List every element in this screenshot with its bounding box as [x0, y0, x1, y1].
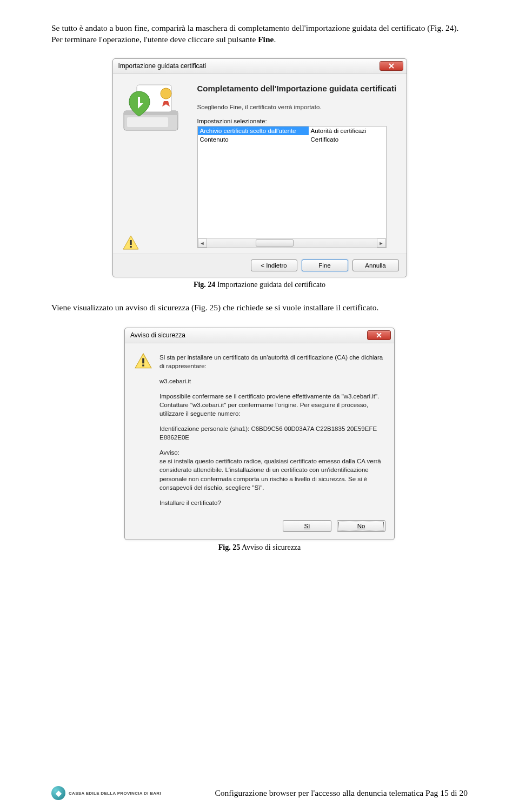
- close-button[interactable]: [380, 61, 403, 71]
- warning-icon: [135, 353, 152, 514]
- text-bold: Fine: [258, 35, 274, 44]
- titlebar: Importazione guidata certificati: [113, 59, 407, 74]
- text: w3.cebari.it: [159, 377, 384, 385]
- settings-label: Impostazioni selezionate:: [197, 118, 398, 124]
- button-row: < Indietro Fine Annulla: [113, 254, 407, 277]
- wizard-subtext: Scegliendo Fine, il certificato verrà im…: [197, 104, 398, 110]
- cancel-button[interactable]: Annulla: [352, 259, 399, 271]
- scroll-left-button[interactable]: ◄: [198, 238, 207, 248]
- figure-caption-25: Fig. 25 Avviso di sicurezza: [51, 543, 468, 552]
- text: Se tutto è andato a buon fine, comparirà…: [51, 23, 458, 44]
- footer-page-number: Configurazione browser per l'accesso all…: [167, 788, 468, 798]
- button-row: Sì No: [125, 517, 394, 540]
- scroll-right-button[interactable]: ►: [377, 238, 386, 248]
- horizontal-scrollbar[interactable]: ◄ ►: [198, 238, 386, 248]
- close-icon: [389, 63, 394, 69]
- certificate-wizard-dialog: Importazione guidata certificati: [112, 58, 407, 277]
- text: Impossibile confermare se il certificato…: [159, 392, 384, 418]
- svg-rect-5: [130, 240, 131, 245]
- cell: Autorità di certificazi: [309, 127, 386, 135]
- figure-caption-24: Fig. 24 Importazione guidata del certifi…: [51, 281, 468, 289]
- svg-rect-2: [127, 117, 168, 127]
- label: Sì: [304, 523, 310, 529]
- label: No: [357, 523, 365, 529]
- yes-button[interactable]: Sì: [283, 520, 331, 532]
- window-title: Importazione guidata certificati: [118, 62, 207, 70]
- text: Identificazione personale (sha1): C6BD9C…: [159, 424, 384, 442]
- text: Avviso:se si installa questo certificato…: [159, 448, 384, 491]
- no-button[interactable]: No: [337, 520, 385, 532]
- dialog-wizard-container: Importazione guidata certificati: [51, 58, 468, 277]
- text: Installare il certificato?: [159, 498, 384, 507]
- text: Avviso:: [159, 449, 179, 456]
- svg-rect-6: [130, 246, 131, 248]
- para-security: Viene visualizzato un avviso di sicurezz…: [51, 302, 468, 314]
- titlebar: Avviso di sicurezza: [125, 328, 394, 343]
- footer-logo: ◆ CASSA EDILE DELLA PROVINCIA DI BARI: [51, 786, 161, 800]
- cell: Archivio certificati scelto dall'utente: [198, 127, 309, 135]
- window-title: Avviso di sicurezza: [130, 331, 185, 339]
- logo-icon: ◆: [51, 786, 65, 800]
- wizard-icon: [119, 78, 190, 138]
- finish-button[interactable]: Fine: [302, 259, 348, 271]
- caption-num: Fig. 25: [218, 543, 240, 551]
- dialog-body-text: Si sta per installare un certificato da …: [159, 353, 384, 514]
- logo-text: CASSA EDILE DELLA PROVINCIA DI BARI: [69, 791, 161, 796]
- close-button[interactable]: [367, 330, 391, 340]
- security-warning-dialog: Avviso di sicurezza Si sta per installar…: [124, 328, 395, 540]
- settings-listbox[interactable]: Archivio certificati scelto dall'utente …: [197, 126, 387, 248]
- back-button[interactable]: < Indietro: [251, 259, 297, 271]
- svg-rect-7: [142, 358, 144, 363]
- dialog-security-container: Avviso di sicurezza Si sta per installar…: [51, 328, 468, 540]
- list-item[interactable]: Contenuto Certificato: [198, 135, 386, 144]
- text: se si installa questo certificato radice…: [159, 458, 381, 490]
- cell: Contenuto: [198, 135, 309, 144]
- caption-text: Importazione guidata del certificato: [215, 281, 325, 289]
- text: .: [274, 35, 276, 44]
- list-item[interactable]: Archivio certificati scelto dall'utente …: [198, 127, 386, 135]
- close-icon: [376, 332, 382, 338]
- text: Si sta per installare un certificato da …: [159, 353, 384, 370]
- svg-rect-8: [142, 364, 144, 366]
- page-footer: ◆ CASSA EDILE DELLA PROVINCIA DI BARI Co…: [0, 786, 519, 800]
- cell: Certificato: [309, 135, 386, 144]
- caption-text: Avviso di sicurezza: [240, 543, 301, 551]
- wizard-heading: Completamento dell'Importazione guidata …: [197, 84, 398, 94]
- caption-num: Fig. 24: [194, 281, 215, 289]
- scroll-thumb[interactable]: [256, 239, 294, 247]
- intro-paragraph: Se tutto è andato a buon fine, comparirà…: [51, 23, 468, 45]
- warning-icon: [123, 235, 139, 252]
- svg-point-4: [161, 88, 171, 99]
